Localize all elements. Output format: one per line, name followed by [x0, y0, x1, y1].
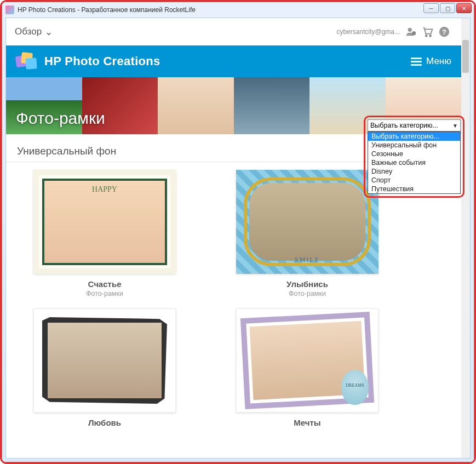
hamburger-icon: [411, 58, 422, 66]
app-header: HP Photo Creations Меню: [6, 45, 461, 77]
app-icon: [5, 5, 14, 14]
category-select[interactable]: Выбрать категорию... ▼: [368, 119, 461, 131]
window-close-button[interactable]: ✕: [456, 3, 472, 13]
user-icon[interactable]: [403, 24, 420, 40]
window-titlebar: HP Photo Creations - Разработанное компа…: [2, 2, 474, 18]
page-title: Фото-рамки: [16, 109, 105, 128]
annotation-highlight: Выбрать категорию... ▼ Выбрать категорию…: [364, 116, 464, 198]
review-dropdown[interactable]: Обзор ⌄: [15, 26, 53, 38]
product-title: Счастье: [22, 279, 187, 289]
frame-badge: HAPPY: [92, 185, 117, 194]
menu-label: Меню: [426, 56, 451, 67]
svg-point-3: [429, 35, 431, 37]
cart-icon[interactable]: [420, 24, 436, 40]
balloon-icon: [341, 370, 369, 405]
svg-text:?: ?: [442, 28, 446, 36]
category-option[interactable]: Универсальный фон: [368, 141, 460, 150]
app-title: HP Photo Creations: [44, 54, 160, 68]
product-title: Любовь: [22, 418, 187, 427]
category-option[interactable]: Путешествия: [368, 185, 460, 193]
category-option[interactable]: Выбрать категорию...: [368, 132, 460, 141]
product-card[interactable]: Любовь: [22, 308, 187, 428]
menu-button[interactable]: Меню: [411, 56, 451, 67]
app-logo-icon: [16, 51, 38, 71]
category-selected-value: Выбрать категорию...: [370, 122, 438, 129]
window-maximize-button[interactable]: ▢: [440, 3, 455, 13]
help-icon[interactable]: ?: [436, 24, 452, 40]
category-option[interactable]: Сезонные: [368, 150, 460, 158]
product-card[interactable]: HAPPY Счастье Фото-рамки: [22, 170, 187, 297]
category-dropdown-list[interactable]: Выбрать категорию...Универсальный фонСез…: [368, 131, 461, 194]
scrollbar-thumb[interactable]: [462, 40, 469, 73]
product-subtitle: Фото-рамки: [225, 290, 389, 297]
vertical-scrollbar[interactable]: [461, 18, 470, 458]
review-label: Обзор: [15, 26, 42, 37]
product-thumbnail[interactable]: SMILE: [236, 170, 378, 274]
product-card[interactable]: Мечты: [225, 308, 389, 428]
frame-badge: SMILE: [295, 256, 320, 264]
user-email: cybersantcity@gma...: [336, 28, 400, 36]
dropdown-arrow-icon: ▼: [452, 123, 458, 129]
category-option[interactable]: Важные события: [368, 158, 460, 167]
chevron-down-icon: ⌄: [45, 26, 53, 38]
product-thumbnail[interactable]: [33, 308, 176, 413]
svg-point-0: [408, 28, 412, 32]
window-title: HP Photo Creations - Разработанное компа…: [18, 6, 196, 14]
category-option[interactable]: Disney: [368, 167, 460, 176]
svg-point-1: [412, 31, 416, 35]
product-title: Мечты: [225, 418, 389, 427]
window-minimize-button[interactable]: ─: [423, 3, 439, 13]
product-title: Улыбнись: [225, 279, 389, 289]
svg-point-2: [426, 35, 427, 37]
category-option[interactable]: Спорт: [368, 176, 460, 185]
product-thumbnail[interactable]: [236, 308, 378, 413]
product-subtitle: Фото-рамки: [22, 290, 187, 297]
product-thumbnail[interactable]: HAPPY: [33, 170, 176, 274]
